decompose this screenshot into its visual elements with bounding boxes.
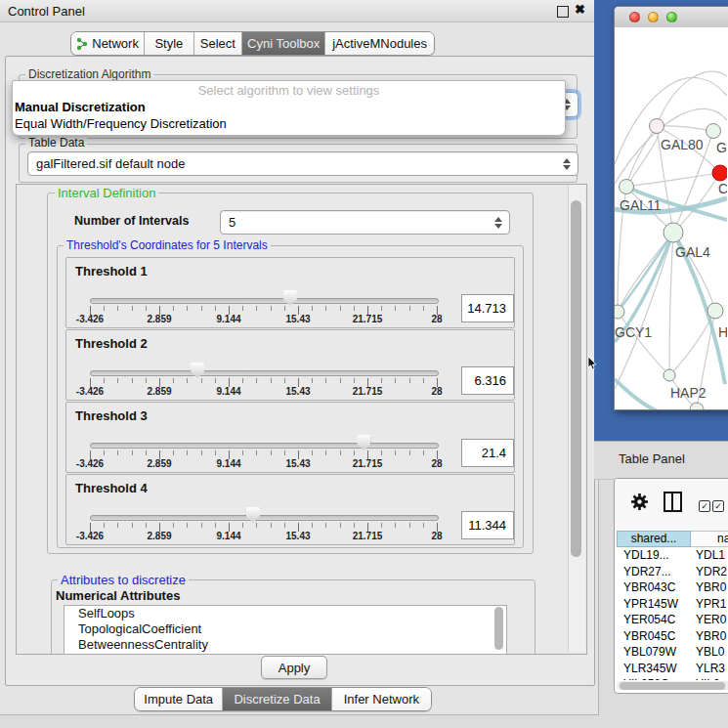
tab-impute-data[interactable]: Impute Data — [135, 688, 223, 710]
settings-scrollbar-thumb[interactable] — [571, 200, 581, 557]
close-traffic-light[interactable] — [629, 12, 640, 22]
table-row[interactable]: YDR27...YDR2 — [617, 564, 728, 580]
attribute-list-item[interactable]: SelfLoops — [64, 606, 506, 621]
threshold-value-field[interactable]: 21.4 — [461, 439, 514, 467]
network-window-titlebar[interactable] — [615, 7, 728, 28]
network-edge[interactable] — [657, 71, 727, 126]
network-edge[interactable] — [626, 173, 720, 187]
tab-network[interactable]: Network — [71, 32, 145, 55]
control-panel-titlebar: Control Panel ✖ — [0, 0, 598, 22]
network-node-label: GAL11 — [620, 197, 662, 213]
table-hscrollbar-thumb[interactable] — [620, 682, 725, 690]
checkbox-icon-2[interactable]: ✓ — [712, 500, 724, 512]
algorithm-placeholder-item[interactable]: Select algorithm to view settings — [13, 81, 565, 100]
slider-track[interactable] — [90, 443, 439, 449]
slider-tick-label: 15.43 — [285, 531, 310, 541]
float-window-icon[interactable] — [557, 6, 569, 18]
number-of-intervals-combobox[interactable]: 5 — [220, 210, 510, 235]
network-node[interactable] — [650, 119, 664, 134]
minimize-traffic-light[interactable] — [648, 12, 659, 22]
cell-name[interactable]: YBR0 — [691, 629, 728, 643]
table-hscrollbar-track[interactable] — [617, 681, 728, 690]
slider-tick-label: -3.426 — [76, 386, 104, 397]
table-row[interactable]: YDL19...YDL1 — [617, 547, 728, 564]
table-row[interactable]: YER054CYER0 — [617, 612, 728, 628]
cell-name[interactable]: YDR2 — [691, 565, 728, 578]
threshold-panel: Threshold 2-3.4262.8599.14415.4321.71528… — [65, 329, 515, 401]
table-row[interactable]: YBR045CYBR0 — [617, 628, 728, 645]
apply-button[interactable]: Apply — [261, 656, 327, 679]
network-edge[interactable] — [669, 233, 673, 375]
attributes-list-scrollbar-thumb[interactable] — [494, 607, 503, 650]
cell-name[interactable]: YDL1 — [691, 548, 728, 562]
threshold-label: Threshold 4 — [75, 481, 148, 495]
tab-style[interactable]: Style — [145, 32, 193, 55]
table-row[interactable]: YBL079WYBL0 — [617, 644, 728, 661]
numerical-attributes-label: Numerical Attributes — [56, 588, 180, 603]
network-node[interactable] — [615, 305, 624, 319]
threshold-value-field[interactable]: 14.713 — [461, 294, 514, 322]
attribute-list-item[interactable]: TopologicalCoefficient — [64, 621, 506, 637]
tab-cyni-toolbox[interactable]: Cyni Toolbox — [242, 32, 325, 55]
algorithm-dropdown-popup: Select algorithm to view settings Manual… — [12, 80, 566, 136]
control-panel-title: Control Panel — [8, 4, 85, 19]
algorithm-item-equal-width[interactable]: Equal Width/Frequency Discretization — [13, 116, 565, 133]
network-node[interactable] — [707, 124, 721, 139]
number-of-intervals-value: 5 — [229, 215, 236, 230]
slider-tick-label: 9.144 — [216, 386, 240, 397]
zoom-traffic-light[interactable] — [666, 12, 677, 22]
tab-infer-network[interactable]: Infer Network — [332, 688, 431, 710]
cell-shared-name[interactable]: YDR27... — [617, 565, 691, 578]
numerical-attributes-list[interactable]: SelfLoopsTopologicalCoefficientBetweenne… — [64, 605, 507, 655]
cell-shared-name[interactable]: YBR043C — [617, 580, 691, 594]
slider-track[interactable] — [90, 298, 439, 304]
cell-shared-name[interactable]: YIL052C — [617, 677, 691, 680]
tab-discretize-data[interactable]: Discretize Data — [223, 688, 331, 710]
cell-name[interactable]: YBR0 — [691, 580, 728, 594]
cell-shared-name[interactable]: YDL19... — [617, 548, 691, 562]
threshold-panel: Threshold 1-3.4262.8599.14415.4321.71528… — [65, 257, 515, 328]
network-node[interactable] — [664, 223, 683, 242]
cell-name[interactable]: YIL0 — [691, 677, 728, 680]
threshold-value-field[interactable]: 11.344 — [461, 511, 514, 539]
table-row[interactable]: YLR345WYLR3 — [617, 661, 728, 677]
threshold-value-field[interactable]: 6.316 — [461, 366, 514, 395]
tab-jactivemnodules[interactable]: jActiveMNodules — [325, 32, 434, 55]
column-header-name[interactable]: name — [691, 531, 728, 547]
attribute-list-item[interactable]: BetweennessCentrality — [64, 637, 506, 653]
cell-shared-name[interactable]: YBL079W — [617, 645, 691, 659]
network-edge[interactable] — [626, 126, 659, 187]
tab-select[interactable]: Select — [194, 32, 242, 55]
table-row[interactable]: YIL052CYIL0 — [617, 676, 728, 680]
checkbox-icon-1[interactable]: ✓ — [699, 500, 710, 512]
network-node[interactable] — [664, 369, 675, 381]
network-edge-highlighted[interactable] — [618, 233, 673, 312]
threshold-label: Threshold 1 — [75, 264, 148, 278]
network-graph: GAL80GACGAL11GAL4GCY1HHAP2 — [615, 27, 727, 410]
cell-name[interactable]: YPR1 — [691, 597, 728, 611]
cell-name[interactable]: YLR3 — [691, 662, 728, 675]
cell-shared-name[interactable]: YBR045C — [617, 629, 691, 643]
table-data-value: galFiltered.sif default node — [36, 156, 185, 171]
table-row[interactable]: YPR145WYPR1 — [617, 596, 728, 613]
column-header-shared-name[interactable]: shared... — [617, 531, 691, 547]
network-edge-highlighted[interactable] — [615, 379, 658, 410]
slider-tick-label: 9.144 — [216, 458, 240, 469]
slider-track[interactable] — [90, 515, 439, 521]
cell-name[interactable]: YER0 — [691, 613, 728, 626]
show-columns-icon[interactable] — [664, 492, 682, 512]
table-row[interactable]: YBR043CYBR0 — [617, 579, 728, 596]
network-node[interactable] — [712, 165, 727, 181]
cell-shared-name[interactable]: YER054C — [617, 613, 691, 626]
cell-shared-name[interactable]: YLR345W — [617, 662, 691, 675]
network-node[interactable] — [620, 180, 634, 194]
network-canvas[interactable]: GAL80GACGAL11GAL4GCY1HHAP2 — [615, 27, 728, 410]
algorithm-item-manual[interactable]: Manual Discretization — [13, 100, 565, 116]
cell-name[interactable]: YBL0 — [691, 645, 728, 659]
slider-track[interactable] — [90, 370, 439, 376]
table-data-combobox[interactable]: galFiltered.sif default node — [27, 151, 578, 176]
network-node[interactable] — [707, 303, 723, 319]
gear-icon[interactable] — [630, 492, 649, 511]
close-icon[interactable]: ✖ — [575, 2, 585, 17]
cell-shared-name[interactable]: YPR145W — [617, 597, 691, 611]
